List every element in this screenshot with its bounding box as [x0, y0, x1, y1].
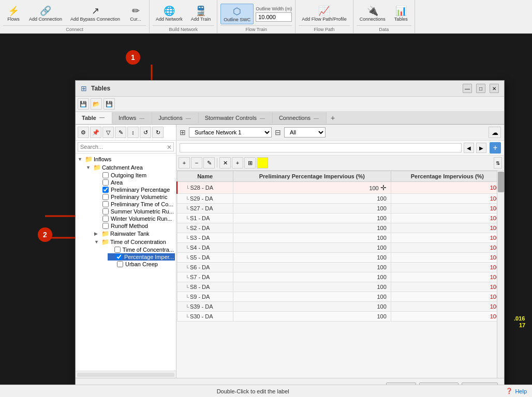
tree-row-urban-creep[interactable]: Urban Creep — [108, 261, 175, 268]
table-row[interactable]: └S39 - DA100100 — [177, 302, 504, 312]
toc-item-checkbox[interactable] — [114, 247, 121, 253]
search-clear-btn[interactable]: ✕ — [167, 144, 172, 151]
table-row[interactable]: └S28 - DA100 ✛100 — [177, 182, 504, 194]
tab-stormwater-controls[interactable]: Stormwater Controls — — [199, 112, 273, 124]
tab-table-close[interactable]: — — [98, 115, 106, 120]
toolbar-btn-tables[interactable]: 📊 Tables — [391, 4, 411, 24]
tree-settings-btn[interactable]: ⚙ — [78, 127, 89, 138]
tree-search-input[interactable] — [78, 142, 174, 151]
table-row[interactable]: └S3 - DA100100 — [177, 233, 504, 243]
toc-expand[interactable]: ▼ — [94, 239, 100, 245]
table-row[interactable]: └S1 - DA100100 — [177, 213, 504, 223]
table-add2-btn[interactable]: + — [232, 157, 243, 169]
table-nav-prev[interactable]: ◀ — [464, 143, 474, 153]
minimize-button[interactable]: — — [463, 84, 472, 93]
tab-inflows-close[interactable]: — — [138, 115, 145, 121]
outline-width-input[interactable] — [256, 12, 292, 22]
tree-row-prelim-pct[interactable]: Preliminary Percentage — [93, 186, 175, 193]
tree-row-prelim-vol[interactable]: Preliminary Volumetric — [93, 193, 175, 201]
prelim-vol-checkbox[interactable] — [102, 194, 109, 200]
toolbar-btn-outline-swc[interactable]: ⬡ Outline SWC — [220, 4, 254, 24]
table-nav-next[interactable]: ▶ — [476, 143, 486, 153]
runoff-checkbox[interactable] — [102, 223, 109, 229]
close-button[interactable]: ✕ — [490, 84, 499, 93]
tree-row-area[interactable]: Area — [93, 179, 175, 186]
tree-redo-btn[interactable]: ↻ — [152, 127, 164, 138]
table-row[interactable]: └S2 - DA100100 — [177, 223, 504, 233]
table-remove-row-btn[interactable]: − — [191, 157, 202, 169]
tab-connections[interactable]: Connections — — [273, 112, 327, 124]
toolbar-btn-connections[interactable]: 🔌 Connections — [357, 4, 389, 24]
tree-row-pct-imper[interactable]: Percentage Imper... — [108, 253, 175, 261]
network-selector[interactable]: Surface Network 1 — [189, 127, 272, 138]
tree-filter-btn[interactable]: ▽ — [102, 127, 114, 138]
table-row[interactable]: └S27 - DA100100 — [177, 204, 504, 213]
dialog-save-btn[interactable]: 💾 — [78, 98, 89, 110]
tree-pin2-btn[interactable]: ↕ — [127, 127, 139, 138]
toolbar-btn-flows[interactable]: ⚡ Flows — [3, 4, 24, 24]
catchment-expand[interactable]: ▼ — [86, 165, 92, 170]
table-row[interactable]: └S30 - DA100100 — [177, 312, 504, 322]
table-row[interactable]: └S8 - DA100100 — [177, 282, 504, 292]
table-row[interactable]: └S7 - DA100100 — [177, 272, 504, 282]
tree-row-outgoing[interactable]: Outgoing Item — [93, 172, 175, 179]
table-sort-btn[interactable]: ⇅ — [494, 157, 502, 169]
table-row[interactable]: └S5 - DA100100 — [177, 253, 504, 263]
inflows-expand[interactable]: ▼ — [78, 157, 84, 162]
prelim-time-checkbox[interactable] — [102, 201, 109, 207]
tree-row-runoff[interactable]: Runoff Method — [93, 222, 175, 230]
tab-connections-close[interactable]: — — [313, 115, 320, 121]
urban-creep-checkbox[interactable] — [117, 261, 123, 267]
outgoing-checkbox[interactable] — [102, 172, 109, 178]
hscroll-thumb[interactable] — [77, 373, 174, 377]
tree-row-winter-vol[interactable]: Winter Volumetric Run... — [93, 215, 175, 222]
tree-row-toc-item[interactable]: Time of Concentra... — [108, 246, 175, 253]
table-row[interactable]: └S9 - DA100100 — [177, 292, 504, 302]
tree-row-catchment[interactable]: ▼ 📁 Catchment Area — [85, 163, 175, 172]
tree-row-prelim-time[interactable]: Preliminary Time of Co... — [93, 201, 175, 208]
tree-row-inflows[interactable]: ▼ 📁 Inflows — [77, 155, 175, 163]
winter-vol-checkbox[interactable] — [102, 216, 109, 222]
toolbar-btn-cur[interactable]: ✏ Cur... — [125, 4, 146, 24]
table-row[interactable]: └S29 - DA100100 — [177, 194, 504, 204]
col-header-percentage[interactable]: Percentage Impervious (%) — [391, 171, 504, 182]
filter-selector[interactable]: All — [284, 127, 326, 138]
cloud-button[interactable]: ☁ — [489, 127, 501, 138]
prelim-pct-checkbox[interactable] — [102, 187, 109, 193]
tab-add-button[interactable]: + — [327, 112, 339, 124]
table-add-column-btn[interactable]: + — [490, 142, 501, 154]
tree-undo-btn[interactable]: ↺ — [140, 127, 151, 138]
rainwater-expand[interactable]: ▶ — [94, 231, 100, 236]
table-row[interactable]: └S4 - DA100100 — [177, 243, 504, 253]
tree-pin-btn[interactable]: 📌 — [90, 127, 101, 138]
tree-row-toc-folder[interactable]: ▼ 📁 Time of Concentration — [93, 238, 175, 246]
toolbar-btn-add-train[interactable]: 🚆 Add Train — [188, 4, 214, 24]
summer-vol-checkbox[interactable] — [102, 208, 109, 215]
table-merge-btn[interactable]: ⊞ — [244, 157, 256, 169]
tab-inflows[interactable]: Inflows — — [112, 112, 152, 124]
help-button[interactable]: ❓ Help — [506, 388, 527, 394]
tree-row-rainwater[interactable]: ▶ 📁 Rainwater Tank — [93, 230, 175, 238]
dialog-folder-btn[interactable]: 💾 — [104, 98, 115, 110]
table-search-input[interactable] — [180, 143, 462, 152]
toolbar-btn-add-flow-path[interactable]: 📈 Add Flow Path/Profile — [299, 4, 350, 24]
tab-stormwater-close[interactable]: — — [259, 115, 266, 121]
tree-edit-btn[interactable]: ✎ — [115, 127, 126, 138]
toolbar-btn-add-bypass[interactable]: ↗ Add Bypass Connection — [67, 4, 123, 24]
tree-row-summer-vol[interactable]: Summer Volumetric Ru... — [93, 208, 175, 215]
dialog-folder-open-btn[interactable]: 📂 — [91, 98, 102, 110]
toolbar-btn-add-network[interactable]: 🌐 Add Network — [153, 4, 186, 24]
tab-junctions[interactable]: Junctions — — [152, 112, 198, 124]
tab-junctions-close[interactable]: — — [185, 115, 192, 121]
table-vscrollbar[interactable] — [497, 171, 504, 378]
col-header-preliminary[interactable]: Preliminary Percentage Impervious (%) — [233, 171, 391, 182]
pct-imper-checkbox[interactable] — [116, 254, 122, 260]
vscroll-thumb[interactable] — [498, 172, 504, 192]
toolbar-btn-add-connection[interactable]: 🔗 Add Connection — [26, 4, 65, 24]
tab-table[interactable]: Table — — [76, 112, 112, 124]
table-row[interactable]: └S6 - DA100100 — [177, 263, 504, 272]
maximize-button[interactable]: □ — [476, 84, 485, 93]
table-yellow-btn[interactable] — [257, 157, 268, 169]
area-checkbox[interactable] — [102, 179, 109, 186]
col-header-name[interactable]: Name — [177, 171, 233, 182]
